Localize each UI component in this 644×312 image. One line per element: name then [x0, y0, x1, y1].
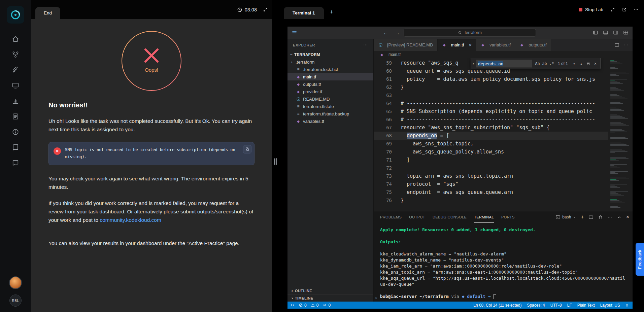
editor-tab-outputs.tf[interactable]: ◆outputs.tf — [515, 39, 551, 51]
file-tree-item-outputs.tf[interactable]: ◆outputs.tf — [287, 80, 373, 88]
forward-icon[interactable]: → — [395, 30, 400, 36]
assessment-icon[interactable] — [8, 109, 23, 124]
previous-match-button[interactable]: ↑ — [571, 60, 578, 67]
customize-layout-icon[interactable] — [623, 30, 629, 35]
back-icon[interactable]: ← — [383, 30, 388, 36]
close-find-button[interactable]: × — [592, 60, 599, 67]
status-item-layout[interactable]: Layout: US — [600, 303, 620, 308]
docs-icon[interactable] — [8, 140, 23, 155]
status-item-spaces[interactable]: Spaces: 4 — [527, 303, 545, 308]
file-tree-item-provider.tf[interactable]: ◆provider.tf — [287, 88, 373, 95]
copy-error-button[interactable] — [243, 145, 251, 153]
ports-count[interactable]: 0 — [323, 303, 331, 308]
code-editor[interactable]: 59resource "aws_sqs_q60 queue_url = aws_… — [374, 58, 633, 211]
editor-tab-main.tf[interactable]: ◆main.tf× — [438, 39, 476, 51]
outline-section[interactable]: ›OUTLINE — [287, 287, 373, 294]
code-line-73[interactable]: 73 topic_arn = aws_sns_topic.topic.arn — [374, 172, 608, 180]
status-item-lf[interactable]: LF — [567, 303, 572, 308]
status-item-ln-68-col-14-11-selected-[interactable]: Ln 68, Col 14 (11 selected) — [473, 303, 521, 308]
support-chat-icon[interactable] — [8, 155, 23, 170]
find-in-selection-button[interactable] — [585, 60, 592, 67]
remote-indicator[interactable] — [290, 303, 295, 307]
split-terminal-icon[interactable] — [588, 215, 594, 220]
toggle-secondary-sidebar-icon[interactable] — [613, 30, 618, 35]
stop-lab-button[interactable]: Stop Lab — [579, 7, 603, 12]
terminal-body[interactable]: Apply complete! Resources: 0 added, 1 ch… — [374, 223, 633, 302]
kodekloud-logo[interactable] — [7, 6, 24, 24]
open-in-new-icon[interactable] — [622, 7, 627, 12]
code-line-61[interactable]: 61 policy = data.aws_iam_policy_document… — [374, 75, 608, 83]
warning-count[interactable]: 0 — [311, 303, 319, 308]
explorer-more-icon[interactable] — [363, 42, 368, 47]
toggle-panel-icon[interactable] — [603, 30, 608, 35]
status-item-utf-8[interactable]: UTF-8 — [550, 303, 562, 308]
minimap[interactable] — [608, 58, 633, 211]
editor-more-icon[interactable] — [623, 42, 629, 47]
status-item-plain-text[interactable]: Plain Text — [577, 303, 595, 308]
end-tab[interactable]: End — [35, 7, 60, 19]
code-line-75[interactable]: 75 endpoint = aws_sqs_queue.queue.arn — [374, 188, 608, 196]
file-tree-item-main.tf[interactable]: ◆main.tf — [287, 73, 373, 80]
resize-grip-icon[interactable] — [274, 158, 277, 165]
file-tree-item-.terraform.lock.hcl[interactable]: ≡.terraform.lock.hcl — [287, 66, 373, 73]
close-tab-icon[interactable]: × — [469, 42, 472, 47]
panel-more-icon[interactable] — [607, 215, 612, 220]
file-tree-item-terraform.tfstate.backup[interactable]: ≡terraform.tfstate.backup — [287, 110, 373, 117]
panel-tab-terminal[interactable]: TERMINAL — [474, 211, 494, 223]
feedback-tab[interactable]: Feedback — [636, 243, 644, 276]
menu-icon[interactable] — [292, 30, 297, 36]
whole-word-button[interactable]: ab — [541, 60, 548, 67]
toggle-replace-icon[interactable]: › — [471, 61, 476, 66]
code-line-66[interactable]: 66# ------------------------------------… — [374, 115, 608, 124]
code-line-69[interactable]: 69 aws_sns_topic.topic, — [374, 140, 608, 148]
panel-tab-problems[interactable]: PROBLEMS — [380, 211, 402, 223]
code-line-74[interactable]: 74 protocol = "sqs" — [374, 180, 608, 188]
code-line-67[interactable]: 67resource "aws_sns_topic_subscription" … — [374, 124, 608, 132]
match-case-button[interactable]: Aa — [534, 60, 541, 67]
panel-divider[interactable] — [272, 0, 281, 312]
learning-path-icon[interactable] — [8, 47, 23, 62]
stats-icon[interactable] — [8, 94, 23, 108]
breadcrumb[interactable]: ◆ main.tf — [374, 51, 633, 58]
panel-tab-ports[interactable]: PORTS — [501, 211, 515, 223]
maximize-panel-icon[interactable] — [617, 215, 622, 220]
code-line-68[interactable]: 68 depends_on = [ — [374, 132, 608, 140]
community-link[interactable]: community.kodekloud.com — [100, 217, 161, 223]
panel-tab-debug-console[interactable]: DEBUG CONSOLE — [433, 211, 467, 223]
code-line-62[interactable]: 62} — [374, 83, 608, 91]
close-panel-icon[interactable]: × — [626, 214, 629, 220]
home-icon[interactable] — [8, 32, 23, 46]
code-line-71[interactable]: 71 ] — [374, 156, 608, 164]
terminal-1-tab[interactable]: Terminal 1 — [284, 7, 324, 19]
find-input[interactable]: depends_on — [476, 60, 532, 68]
code-line-63[interactable]: 63 — [374, 91, 608, 99]
file-tree-item-terraform.tfstate[interactable]: ≡terraform.tfstate — [287, 103, 373, 110]
toggle-sidebar-icon[interactable] — [593, 30, 598, 35]
panel-tab-output[interactable]: OUTPUT — [409, 211, 425, 223]
code-line-72[interactable]: 72 — [374, 164, 608, 172]
kill-terminal-icon[interactable] — [598, 215, 603, 220]
split-editor-icon[interactable] — [614, 42, 619, 47]
next-match-button[interactable]: ↓ — [578, 60, 585, 67]
editor-tab-variables.tf[interactable]: ◆variables.tf — [476, 39, 515, 51]
playground-icon[interactable] — [8, 78, 23, 93]
add-terminal-tab-button[interactable]: + — [330, 9, 334, 15]
shell-picker[interactable]: bash — [555, 215, 576, 220]
code-line-65[interactable]: 65# SNS Subscription (depends explicitly… — [374, 107, 608, 115]
more-options-icon[interactable] — [634, 7, 639, 12]
file-tree-item-README.MD[interactable]: README.MD — [287, 95, 373, 103]
expand-panel-icon[interactable] — [263, 7, 268, 12]
file-tree-item-variables.tf[interactable]: ◆variables.tf — [287, 117, 373, 125]
rbl-badge[interactable]: RBL — [9, 294, 22, 307]
info-icon[interactable] — [8, 125, 23, 139]
regex-button[interactable]: .* — [548, 60, 555, 67]
file-tree-item-.terraform[interactable]: ›.terraform — [287, 58, 373, 66]
code-line-70[interactable]: 70 aws_sqs_queue_policy.allow_sns — [374, 148, 608, 156]
rocket-icon[interactable] — [8, 63, 23, 77]
timeline-section[interactable]: ›TIMELINE — [287, 294, 373, 302]
notifications-bell-icon[interactable] — [625, 303, 629, 307]
search-input[interactable]: terraform — [404, 29, 536, 37]
error-count[interactable]: 0 — [299, 303, 307, 308]
new-terminal-button[interactable]: + — [581, 214, 584, 220]
avatar[interactable] — [9, 276, 22, 289]
